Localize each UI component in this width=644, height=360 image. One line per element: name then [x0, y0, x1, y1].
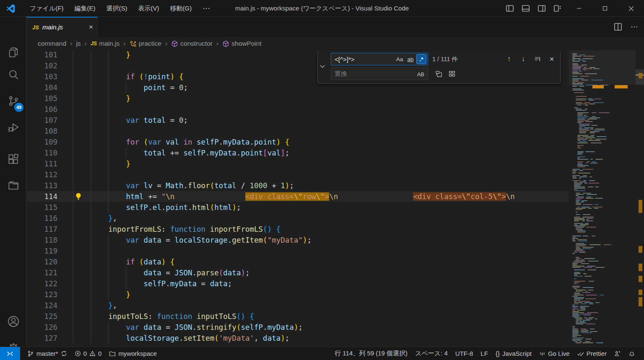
replace-icon[interactable]: [434, 69, 444, 79]
menu-2[interactable]: 選択(S): [101, 0, 133, 17]
minimap-code-line: [589, 100, 594, 101]
find-previous-icon[interactable]: ↑: [504, 54, 514, 64]
encoding-item[interactable]: UTF-8: [452, 349, 477, 358]
minimap-code-line: [572, 86, 577, 87]
menu-more[interactable]: ⋯: [197, 0, 216, 17]
replace-all-icon[interactable]: [447, 69, 457, 79]
whole-word-icon[interactable]: ab: [405, 54, 415, 64]
minimap-slider[interactable]: [569, 50, 636, 85]
toggle-panel-icon[interactable]: [522, 4, 530, 13]
explorer-icon[interactable]: [0, 42, 26, 62]
account-icon[interactable]: [0, 311, 26, 332]
regex-icon[interactable]: .*: [416, 54, 426, 64]
code-line-127[interactable]: 127 localStorage.setItem('myData', data)…: [26, 333, 569, 344]
code-line-126[interactable]: 126 var data = JSON.stringify(selfP.myDa…: [26, 322, 569, 333]
code-line-120[interactable]: 120 if (data) {: [26, 256, 569, 267]
breadcrumb-item-showPoint[interactable]: showPoint: [222, 40, 262, 47]
minimap-code-line: [578, 241, 587, 241]
feedback-icon[interactable]: [610, 349, 625, 358]
code-line-106[interactable]: 106: [26, 104, 569, 115]
code-line-117[interactable]: 117 inportFromLS: function inportFromLS(…: [26, 224, 569, 235]
toggle-sidebar-icon[interactable]: [506, 4, 514, 13]
code-line-124[interactable]: 124 },: [26, 300, 569, 311]
minimap-code-line: [572, 327, 575, 328]
eol-item[interactable]: LF: [477, 349, 492, 358]
minimap-code-line: [574, 283, 577, 284]
breadcrumb-item-js[interactable]: js: [76, 40, 80, 47]
find-next-icon[interactable]: ↓: [518, 54, 528, 64]
minimap-code-line: [572, 173, 576, 174]
code-line-109[interactable]: 109 for (var val in selfP.myData.point) …: [26, 137, 569, 148]
code-line-105[interactable]: 105 }: [26, 93, 569, 104]
maximize-button[interactable]: [592, 0, 618, 17]
cursor-position-item[interactable]: 行 114、列 59 (19 個選択): [331, 349, 411, 358]
code-line-110[interactable]: 110 total += selfP.myData.point[val];: [26, 148, 569, 158]
code-line-116[interactable]: 116 },: [26, 213, 569, 224]
minimap[interactable]: [569, 50, 636, 347]
find-close-icon[interactable]: ×: [547, 54, 557, 64]
tab-main-js[interactable]: JS main.js ×: [26, 17, 98, 37]
minimap-code-line: [572, 287, 580, 288]
search-icon[interactable]: [0, 65, 26, 85]
code-text: [73, 60, 126, 71]
scrollbar-overview-ruler[interactable]: [636, 50, 644, 347]
code-line-108[interactable]: 108: [26, 126, 569, 137]
code-line-114[interactable]: 114 html += "\n <div·class=\"row\">\n <d…: [26, 191, 569, 202]
code-line-111[interactable]: 111 }: [26, 158, 569, 169]
code-line-112[interactable]: 112: [26, 169, 569, 180]
notifications-bell-icon[interactable]: [625, 349, 639, 358]
toggle-replace-chevron-icon[interactable]: [319, 63, 327, 71]
minimize-button[interactable]: [566, 0, 592, 17]
workspace-item[interactable]: myworkspace: [105, 349, 161, 358]
code-editor[interactable]: 101 }102 103 if (!point) {104 point = 0;…: [26, 50, 569, 347]
minimap-code-line: [588, 140, 600, 141]
minimap-code-line: [577, 161, 583, 162]
problems-item[interactable]: 0 0: [71, 349, 106, 358]
find-input[interactable]: <[^>]*> Aa ab .*: [331, 53, 428, 65]
run-debug-icon[interactable]: [0, 117, 26, 137]
toggle-secondary-sidebar-icon[interactable]: [538, 4, 546, 13]
code-line-125[interactable]: 125 inputToLS: function inputToLS() {: [26, 311, 569, 322]
indentation-item[interactable]: スペース: 4: [411, 349, 452, 358]
code-line-123[interactable]: 123 }: [26, 289, 569, 300]
menu-4[interactable]: 移動(G): [165, 0, 197, 17]
find-in-selection-icon[interactable]: [532, 54, 543, 64]
minimap-code-line: [586, 319, 592, 319]
minimap-code-line: [576, 194, 584, 195]
customize-layout-icon[interactable]: [553, 4, 562, 13]
extensions-icon[interactable]: [0, 149, 26, 169]
breadcrumb-item-constructor[interactable]: constructor: [171, 40, 213, 47]
code-line-107[interactable]: 107 var total = 0;: [26, 115, 569, 126]
code-line-119[interactable]: 119: [26, 246, 569, 256]
more-actions-icon[interactable]: ⋯: [631, 22, 638, 31]
code-line-122[interactable]: 122 selfP.myData = data;: [26, 278, 569, 289]
prettier-item[interactable]: Prettier: [574, 349, 610, 358]
preserve-case-icon[interactable]: AB: [417, 68, 424, 80]
close-button[interactable]: [618, 0, 644, 17]
replace-input[interactable]: 置換 AB: [331, 67, 428, 80]
minimap-code-line: [574, 252, 577, 253]
minimap-code-line: [572, 253, 575, 254]
code-line-115[interactable]: 115 selfP.el.point.html(html);: [26, 202, 569, 213]
language-item[interactable]: {}JavaScript: [492, 349, 535, 358]
breadcrumb-item-command[interactable]: command: [38, 40, 66, 47]
remote-indicator[interactable]: [0, 347, 20, 360]
minimap-code-line: [577, 112, 589, 113]
split-editor-icon[interactable]: [614, 23, 622, 31]
custom-folder-icon[interactable]: [0, 175, 26, 195]
menu-3[interactable]: 表示(V): [133, 0, 165, 17]
breadcrumb-item-practice[interactable]: practice: [130, 40, 161, 47]
minimap-code-line: [592, 112, 597, 113]
code-line-121[interactable]: 121 data = JSON.parse(data);: [26, 267, 569, 278]
minimap-code-line: [590, 159, 593, 160]
git-branch-item[interactable]: master*: [23, 349, 71, 358]
go-live-item[interactable]: Go Live: [535, 349, 574, 358]
breadcrumb-item-mainjs[interactable]: JSmain.js: [91, 40, 119, 47]
match-case-icon[interactable]: Aa: [395, 54, 405, 64]
tab-close-icon[interactable]: ×: [89, 23, 93, 31]
menu-0[interactable]: ファイル(F): [24, 0, 69, 17]
source-control-icon[interactable]: 49: [0, 91, 26, 111]
code-line-118[interactable]: 118 var data = localStorage.getItem("myD…: [26, 235, 569, 246]
menu-1[interactable]: 編集(E): [69, 0, 101, 17]
code-line-113[interactable]: 113 var lv = Math.floor(total / 1000 + 1…: [26, 180, 569, 191]
